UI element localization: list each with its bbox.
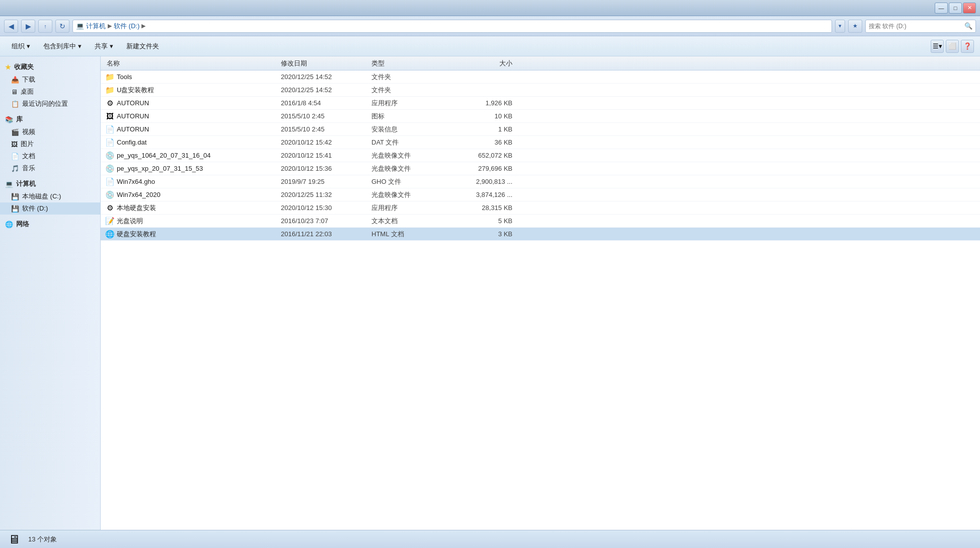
view-change-button[interactable]: ☰▾ <box>931 40 944 53</box>
window-controls: — □ ✕ <box>935 3 976 14</box>
include-library-button[interactable]: 包含到库中 ▾ <box>38 39 87 54</box>
up-button[interactable]: ↑ <box>38 20 52 33</box>
file-date: 2016/11/21 22:03 <box>281 230 371 238</box>
include-library-label: 包含到库中 <box>43 42 76 51</box>
file-size: 652,072 KB <box>447 152 512 159</box>
file-icon: 🖼 <box>105 111 115 121</box>
sidebar-item-video[interactable]: 🎬 视频 <box>0 126 100 138</box>
table-row[interactable]: ⚙ AUTORUN 2016/1/8 4:54 应用程序 1,926 KB <box>101 97 980 110</box>
table-row[interactable]: ⚙ 本地硬盘安装 2020/10/12 15:30 应用程序 28,315 KB <box>101 201 980 215</box>
file-size: 2,900,813 ... <box>447 178 512 185</box>
file-name: 硬盘安装教程 <box>115 230 281 239</box>
table-row[interactable]: 📝 光盘说明 2016/10/23 7:07 文本文档 5 KB <box>101 215 980 228</box>
file-icon: 📄 <box>105 138 115 148</box>
maximize-button[interactable]: □ <box>949 3 962 14</box>
file-size: 1,926 KB <box>447 99 512 107</box>
sidebar-section-favorites: ★ 收藏夹 📥 下载 🖥 桌面 📋 最近访问的位置 <box>0 60 100 110</box>
video-icon: 🎬 <box>11 128 19 136</box>
breadcrumb[interactable]: 💻 计算机 ▶ 软件 (D:) ▶ <box>72 20 832 33</box>
history-button[interactable]: ★ <box>848 20 862 33</box>
help-button[interactable]: ❓ <box>961 40 974 53</box>
share-dropdown-icon: ▾ <box>110 42 113 50</box>
d-drive-label: 软件 (D:) <box>22 204 48 213</box>
file-type: 光盘映像文件 <box>371 151 447 160</box>
sidebar-item-music[interactable]: 🎵 音乐 <box>0 162 100 174</box>
file-type: 文件夹 <box>371 73 447 82</box>
file-name: AUTORUN <box>115 125 281 133</box>
breadcrumb-icon: 💻 <box>76 22 84 30</box>
file-type: 文件夹 <box>371 86 447 95</box>
file-name: Tools <box>115 73 281 81</box>
column-type[interactable]: 类型 <box>371 59 447 68</box>
back-button[interactable]: ◀ <box>4 20 18 33</box>
file-date: 2020/10/12 15:42 <box>281 139 371 146</box>
file-type: 光盘映像文件 <box>371 164 447 173</box>
table-row[interactable]: 💿 pe_yqs_1064_20_07_31_16_04 2020/10/12 … <box>101 149 980 162</box>
file-name: pe_yqs_xp_20_07_31_15_53 <box>115 165 281 172</box>
table-row[interactable]: 📄 AUTORUN 2015/5/10 2:45 安装信息 1 KB <box>101 123 980 136</box>
file-size: 28,315 KB <box>447 204 512 212</box>
breadcrumb-separator2: ▶ <box>141 23 145 29</box>
preview-pane-button[interactable]: ⬜ <box>946 40 959 53</box>
library-label: 库 <box>16 115 23 124</box>
close-button[interactable]: ✕ <box>963 3 976 14</box>
share-button[interactable]: 共享 ▾ <box>89 39 119 54</box>
forward-button[interactable]: ▶ <box>21 20 35 33</box>
search-input[interactable] <box>869 23 962 30</box>
sidebar-item-recent[interactable]: 📋 最近访问的位置 <box>0 98 100 110</box>
status-bar: 🖥 13 个对象 <box>0 530 980 548</box>
sidebar-item-document[interactable]: 📄 文档 <box>0 150 100 162</box>
sidebar-header-network[interactable]: 🌐 网络 <box>0 218 100 231</box>
recent-icon: 📋 <box>11 100 19 108</box>
file-date: 2020/12/25 14:52 <box>281 73 371 81</box>
file-name: 光盘说明 <box>115 217 281 226</box>
computer-label: 计算机 <box>16 179 36 188</box>
column-name[interactable]: 名称 <box>105 59 281 68</box>
c-drive-icon: 💾 <box>11 193 19 200</box>
file-size: 3,874,126 ... <box>447 191 512 198</box>
table-row[interactable]: 🖼 AUTORUN 2015/5/10 2:45 图标 10 KB <box>101 110 980 123</box>
sidebar-header-computer[interactable]: 💻 计算机 <box>0 177 100 190</box>
dropdown-button[interactable]: ▾ <box>835 20 845 33</box>
table-row[interactable]: 📁 U盘安装教程 2020/12/25 14:52 文件夹 <box>101 84 980 97</box>
library-icon: 📚 <box>5 116 13 123</box>
column-size[interactable]: 大小 <box>447 59 512 68</box>
sidebar-item-desktop[interactable]: 🖥 桌面 <box>0 86 100 98</box>
table-row[interactable]: 📁 Tools 2020/12/25 14:52 文件夹 <box>101 71 980 84</box>
favorites-label: 收藏夹 <box>14 62 34 72</box>
sidebar-item-picture[interactable]: 🖼 图片 <box>0 138 100 150</box>
table-row[interactable]: 🌐 硬盘安装教程 2016/11/21 22:03 HTML 文档 3 KB <box>101 228 980 241</box>
file-name: Win7x64.gho <box>115 178 281 185</box>
breadcrumb-drive[interactable]: 软件 (D:) <box>114 22 139 31</box>
file-type: HTML 文档 <box>371 230 447 239</box>
search-icon[interactable]: 🔍 <box>964 22 972 30</box>
sidebar-item-d-drive[interactable]: 💾 软件 (D:) <box>0 202 100 215</box>
breadcrumb-computer[interactable]: 计算机 <box>86 22 106 31</box>
refresh-button[interactable]: ↻ <box>55 20 69 33</box>
file-size: 3 KB <box>447 230 512 238</box>
file-date: 2016/1/8 4:54 <box>281 99 371 107</box>
file-icon: 📁 <box>105 85 115 95</box>
organize-button[interactable]: 组织 ▾ <box>6 39 36 54</box>
file-date: 2020/10/12 15:30 <box>281 204 371 212</box>
table-row[interactable]: 📄 Win7x64.gho 2019/9/7 19:25 GHO 文件 2,90… <box>101 175 980 188</box>
file-type: 应用程序 <box>371 99 447 108</box>
column-date[interactable]: 修改日期 <box>281 59 371 68</box>
picture-icon: 🖼 <box>11 141 18 148</box>
sidebar-header-library[interactable]: 📚 库 <box>0 113 100 126</box>
table-row[interactable]: 📄 Config.dat 2020/10/12 15:42 DAT 文件 36 … <box>101 136 980 149</box>
table-row[interactable]: 💿 Win7x64_2020 2020/12/25 11:32 光盘映像文件 3… <box>101 188 980 201</box>
minimize-button[interactable]: — <box>935 3 948 14</box>
file-size: 1 KB <box>447 125 512 133</box>
picture-label: 图片 <box>21 140 34 149</box>
file-name: Config.dat <box>115 139 281 146</box>
sidebar-item-download[interactable]: 📥 下载 <box>0 74 100 86</box>
new-folder-button[interactable]: 新建文件夹 <box>121 39 165 54</box>
sidebar-item-c-drive[interactable]: 💾 本地磁盘 (C:) <box>0 190 100 202</box>
file-date: 2020/12/25 14:52 <box>281 86 371 94</box>
sidebar-header-favorites[interactable]: ★ 收藏夹 <box>0 60 100 74</box>
file-type: 文本文档 <box>371 217 447 226</box>
document-label: 文档 <box>22 152 35 161</box>
file-name: U盘安装教程 <box>115 86 281 95</box>
table-row[interactable]: 💿 pe_yqs_xp_20_07_31_15_53 2020/10/12 15… <box>101 162 980 175</box>
